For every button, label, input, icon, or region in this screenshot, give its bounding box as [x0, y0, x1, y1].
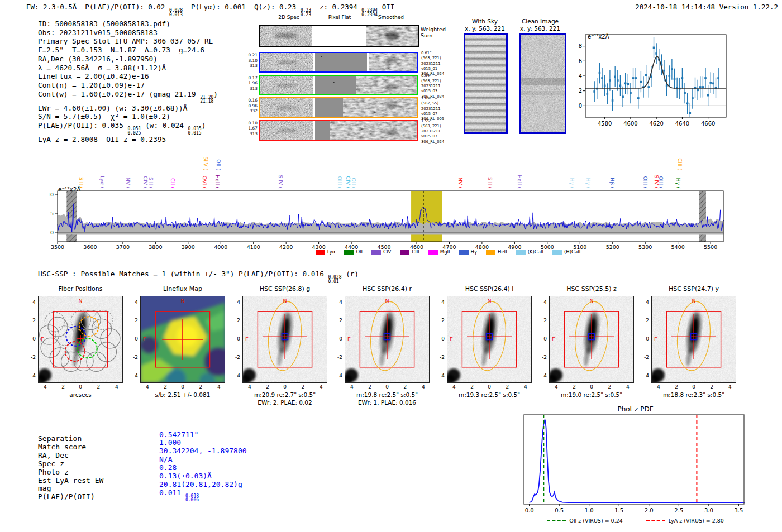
y-tick-label: 0 — [535, 336, 547, 342]
x-tick-label: 0 — [74, 384, 87, 390]
legend-item: (H)CaII — [552, 249, 580, 255]
svg-text:2.0: 2.0 — [645, 507, 654, 514]
emission-line-label: Hγ ( — [585, 178, 592, 189]
clean-image — [519, 33, 566, 134]
spec2d-row-annotation: 0.94"(563, 221)20231211v015_03306_RL_024 — [421, 74, 447, 99]
photz-title: Phot z PDF — [519, 405, 751, 413]
legend-item: CIII — [400, 249, 419, 255]
y-tick-label: 2 — [535, 318, 547, 323]
compass-north: N — [487, 298, 491, 304]
compass-north: N — [692, 298, 695, 304]
spec2d-row — [259, 120, 418, 141]
emission-line-label: HeII ( — [517, 175, 523, 189]
y-tick-label: 2 — [637, 318, 649, 323]
svg-text:5400: 5400 — [671, 244, 685, 250]
x-tick-label: 4 — [417, 384, 430, 390]
x-tick-label: 2 — [398, 384, 412, 390]
info-line: LineFlux = 2.00(±0.42)e-16 — [38, 72, 218, 81]
y-tick-label: 4 — [432, 299, 445, 305]
cutout-image: NE — [447, 296, 532, 383]
info-line: EWr = 4.60(±1.00) (w: 3.30(±0.68))Å — [38, 104, 218, 113]
match-row-label: Match score — [38, 443, 86, 451]
y-tick-label: 0 — [330, 336, 342, 342]
svg-text:4600: 4600 — [623, 121, 637, 127]
match-row-label: P(LAE)/P(OII) — [38, 492, 95, 501]
info-line: ID: 5000858183 (5000858183.pdf) — [38, 20, 218, 28]
emission-line-label: SiII ( — [148, 177, 154, 189]
cutout-image: NE — [242, 296, 327, 383]
x-tick-label: 0 — [278, 384, 292, 390]
detection-info-block: ID: 5000858183 (5000858183.pdf)Obs: 2023… — [38, 20, 218, 144]
info-line: Primary Spec_Slot_IFU_AMP: 306_037_057_R… — [38, 37, 218, 46]
x-tick-label: 0 — [585, 384, 598, 390]
info-line: RA,Dec (30.342216,-1.897950) — [38, 55, 218, 64]
cutout-title: Lineflux Map — [140, 285, 225, 293]
x-tick-label: -2 — [567, 384, 580, 390]
emission-line-label: CIV ( — [345, 176, 351, 189]
x-tick-label: 2 — [603, 384, 616, 390]
y-tick-label: 2 — [126, 318, 138, 323]
x-tick-label: -4 — [140, 384, 153, 390]
legend-swatch — [344, 250, 354, 255]
svg-text:4620: 4620 — [649, 121, 663, 127]
info-line: Cont(n) = 1.20(±0.09)e-17 — [38, 81, 218, 90]
match-row-label: RA, Dec — [38, 451, 69, 459]
x-tick-label: 4 — [110, 384, 123, 390]
x-tick-label: 0 — [380, 384, 394, 390]
match-row-label: Separation — [38, 434, 82, 443]
svg-text:0.0: 0.0 — [525, 507, 534, 514]
legend-swatch — [371, 250, 381, 255]
spec2d-col-header: Smoothed — [360, 15, 422, 20]
legend-label: CIV — [383, 249, 391, 255]
legend-label: Lyα — [327, 249, 336, 255]
x-tick-label: -2 — [56, 384, 69, 390]
legend-label: (H)CaII — [564, 249, 580, 255]
x-tick-label: 4 — [212, 384, 226, 390]
match-row-value: 1.000 — [159, 438, 181, 447]
svg-text:4580: 4580 — [598, 121, 612, 127]
spec2d-row-annotation: 1.55"(563, 221)20231211v015_07306_RL_024 — [421, 119, 447, 145]
y-tick-label: -4 — [637, 373, 649, 378]
x-tick-label: 2 — [705, 384, 718, 390]
x-tick-label: -4 — [446, 384, 460, 390]
y-tick-label: -2 — [126, 354, 138, 360]
svg-text:10: 10 — [49, 191, 54, 198]
match-row-value: 0.28 — [159, 463, 177, 472]
y-tick-label: -4 — [330, 373, 342, 378]
cutout-title: HSC SSP(26.8) g — [242, 285, 327, 293]
cutout-title: Fiber Positions — [38, 285, 123, 293]
svg-text:3900: 3900 — [182, 244, 195, 250]
match-row-value: N/A — [159, 455, 172, 463]
x-tick-label: -4 — [549, 384, 562, 390]
y-tick-label: 4 — [23, 299, 36, 305]
y-tick-label: 2 — [432, 318, 445, 323]
emission-line-label: HeII ( — [214, 175, 221, 189]
compass-east: E — [41, 336, 44, 342]
match-row-value: 30.342204, -1.897800 — [159, 447, 247, 455]
spec2d-weighted-row — [259, 25, 419, 47]
clean-image-title: Clean Image x, y: 563, 221 — [509, 18, 571, 32]
x-tick-label: 2 — [92, 384, 105, 390]
svg-text:4640: 4640 — [675, 121, 689, 127]
emission-line-label: OIII ( — [337, 176, 343, 189]
legend-label: MgII — [440, 249, 450, 255]
legend-swatch — [552, 250, 562, 255]
svg-text:3700: 3700 — [116, 244, 130, 250]
match-row-label: Spec z — [38, 459, 64, 468]
line-fit-chart: 4580460046204640466002468 — [578, 29, 751, 134]
svg-text:3500: 3500 — [51, 244, 64, 250]
y-tick-label: -2 — [432, 354, 445, 360]
legend-item: Hγ — [459, 249, 477, 255]
spec2d-row-annotation: 0.61"(563, 221)20231211v015_01306_RL_024 — [421, 51, 447, 76]
cutout-caption: m:18.8 re:2.3" s:0.5" — [630, 391, 757, 398]
legend-item: (K)CaII — [516, 249, 543, 255]
info-line: Obs: 20231211v015_5000858183 — [38, 28, 218, 37]
elixer-report-page: EW: 2.3±0.5Å P(LAE)/P(OII): 0.02 0.0280.… — [0, 0, 782, 532]
y-tick-label: 0 — [228, 336, 240, 342]
svg-text:4660: 4660 — [701, 121, 715, 127]
x-tick-label: 2 — [296, 384, 309, 390]
photz-pdf-chart: 0.00.51.01.52.02.53.03.5 — [519, 413, 751, 516]
y-tick-label: -2 — [330, 354, 342, 360]
emission-line-label: OIII ( — [658, 176, 664, 189]
cutout-title: HSC SSP(25.5) z — [549, 285, 634, 293]
